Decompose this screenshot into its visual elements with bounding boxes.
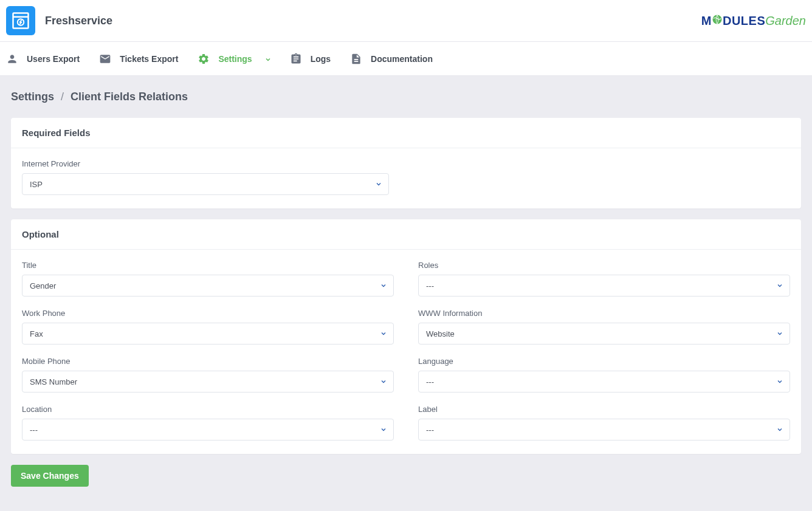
breadcrumb-root[interactable]: Settings bbox=[11, 91, 54, 103]
logo-m: M bbox=[701, 14, 712, 27]
save-changes-button[interactable]: Save Changes bbox=[11, 465, 89, 487]
chevron-down-icon bbox=[776, 378, 783, 385]
language-value: --- bbox=[426, 377, 434, 386]
app-icon bbox=[6, 6, 35, 35]
location-select[interactable]: --- bbox=[22, 419, 394, 441]
roles-label: Roles bbox=[418, 261, 790, 270]
label-field-select[interactable]: --- bbox=[418, 419, 790, 441]
chevron-down-icon bbox=[264, 56, 270, 62]
chevron-down-icon bbox=[776, 330, 783, 337]
work-phone-select[interactable]: Fax bbox=[22, 323, 394, 345]
mobile-phone-select[interactable]: SMS Number bbox=[22, 371, 394, 393]
optional-card: Optional Title Gender Work Phone Fax bbox=[11, 219, 801, 454]
title-label: Title bbox=[22, 261, 394, 270]
content: Settings / Client Fields Relations Requi… bbox=[0, 76, 812, 501]
location-label: Location bbox=[22, 405, 394, 414]
nav-logs[interactable]: Logs bbox=[290, 53, 331, 65]
mail-icon bbox=[99, 53, 111, 65]
mobile-phone-value: SMS Number bbox=[30, 377, 77, 386]
breadcrumb: Settings / Client Fields Relations bbox=[11, 91, 801, 103]
location-value: --- bbox=[30, 425, 38, 434]
www-info-select[interactable]: Website bbox=[418, 323, 790, 345]
breadcrumb-current: Client Fields Relations bbox=[71, 91, 188, 103]
chevron-down-icon bbox=[776, 426, 783, 433]
www-info-label: WWW Information bbox=[418, 309, 790, 318]
nav-logs-label: Logs bbox=[311, 54, 331, 64]
chevron-down-icon bbox=[776, 282, 783, 289]
www-info-value: Website bbox=[426, 329, 455, 338]
work-phone-label: Work Phone bbox=[22, 309, 394, 318]
breadcrumb-separator: / bbox=[61, 91, 64, 103]
logo-o bbox=[712, 14, 723, 25]
nav-documentation[interactable]: Documentation bbox=[350, 53, 433, 65]
nav-users-export-label: Users Export bbox=[27, 54, 80, 64]
app-logo-icon bbox=[12, 12, 30, 30]
nav-tickets-export[interactable]: Tickets Export bbox=[99, 53, 178, 65]
nav-settings[interactable]: Settings bbox=[198, 53, 270, 65]
language-select[interactable]: --- bbox=[418, 371, 790, 393]
optional-title: Optional bbox=[11, 219, 801, 250]
required-fields-title: Required Fields bbox=[11, 118, 801, 148]
title-value: Gender bbox=[30, 281, 56, 290]
nav-tickets-export-label: Tickets Export bbox=[120, 54, 178, 64]
nav-users-export[interactable]: Users Export bbox=[6, 53, 80, 65]
label-field-label: Label bbox=[418, 405, 790, 414]
clipboard-icon bbox=[290, 53, 302, 65]
nav-documentation-label: Documentation bbox=[371, 54, 433, 64]
chevron-down-icon bbox=[380, 282, 387, 289]
mobile-phone-label: Mobile Phone bbox=[22, 357, 394, 366]
globe-icon bbox=[712, 14, 723, 25]
logo-dules: DULES bbox=[723, 14, 765, 27]
gear-icon bbox=[198, 53, 210, 65]
chevron-down-icon bbox=[380, 378, 387, 385]
internet-provider-label: Internet Provider bbox=[22, 159, 389, 168]
chevron-down-icon bbox=[375, 180, 382, 188]
title-select[interactable]: Gender bbox=[22, 275, 394, 297]
logo-garden: Garden bbox=[765, 14, 806, 27]
nav-settings-label: Settings bbox=[218, 54, 252, 64]
required-fields-card: Required Fields Internet Provider ISP bbox=[11, 118, 801, 208]
internet-provider-select[interactable]: ISP bbox=[22, 173, 389, 195]
header: Freshservice M DULESGarden bbox=[0, 0, 812, 42]
app-title: Freshservice bbox=[45, 15, 112, 27]
header-left: Freshservice bbox=[6, 6, 112, 35]
user-icon bbox=[6, 53, 18, 65]
optional-left-col: Title Gender Work Phone Fax bbox=[22, 261, 394, 441]
roles-select[interactable]: --- bbox=[418, 275, 790, 297]
document-icon bbox=[350, 53, 362, 65]
internet-provider-value: ISP bbox=[30, 180, 43, 189]
language-label: Language bbox=[418, 357, 790, 366]
chevron-down-icon bbox=[380, 426, 387, 433]
svg-point-3 bbox=[712, 15, 721, 24]
nav-bar: Users Export Tickets Export Settings Log… bbox=[0, 42, 812, 76]
work-phone-value: Fax bbox=[30, 329, 43, 338]
chevron-down-icon bbox=[380, 330, 387, 337]
roles-value: --- bbox=[426, 281, 434, 290]
optional-right-col: Roles --- WWW Information Website bbox=[418, 261, 790, 441]
label-field-value: --- bbox=[426, 425, 434, 434]
brand-logo: M DULESGarden bbox=[701, 14, 806, 28]
